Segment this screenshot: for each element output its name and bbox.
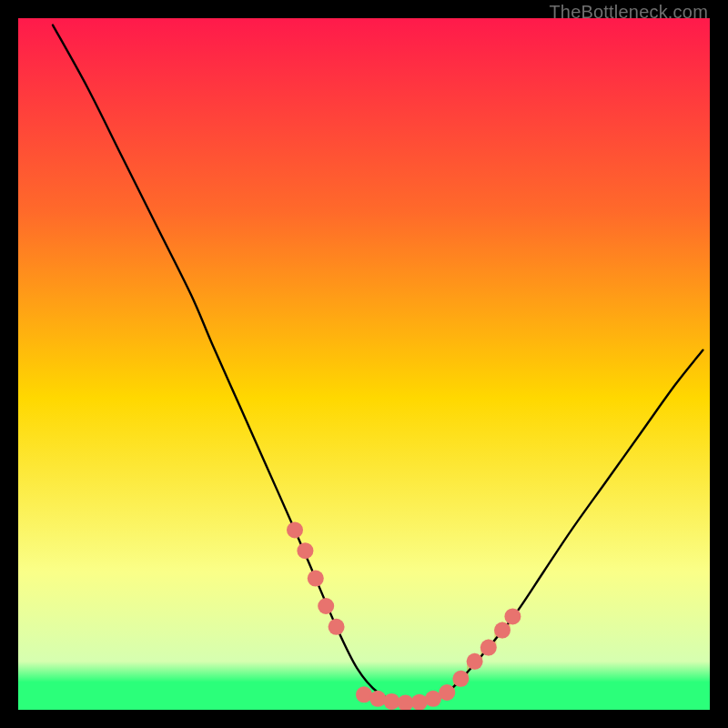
watermark-text: TheBottleneck.com bbox=[549, 2, 708, 23]
data-marker bbox=[494, 622, 511, 639]
gradient-background bbox=[18, 18, 710, 710]
bottleneck-chart bbox=[18, 18, 710, 710]
chart-frame bbox=[18, 18, 710, 710]
data-marker bbox=[287, 521, 303, 538]
data-marker bbox=[308, 571, 324, 587]
data-marker bbox=[356, 686, 372, 703]
data-marker bbox=[383, 693, 399, 710]
data-marker bbox=[411, 694, 428, 710]
data-marker bbox=[297, 542, 313, 559]
data-marker bbox=[452, 671, 469, 687]
data-marker bbox=[329, 619, 345, 635]
data-marker bbox=[439, 684, 455, 701]
data-marker bbox=[318, 598, 334, 614]
data-marker bbox=[480, 640, 497, 656]
data-marker bbox=[369, 691, 386, 707]
data-marker bbox=[504, 608, 521, 624]
data-marker bbox=[467, 653, 483, 670]
